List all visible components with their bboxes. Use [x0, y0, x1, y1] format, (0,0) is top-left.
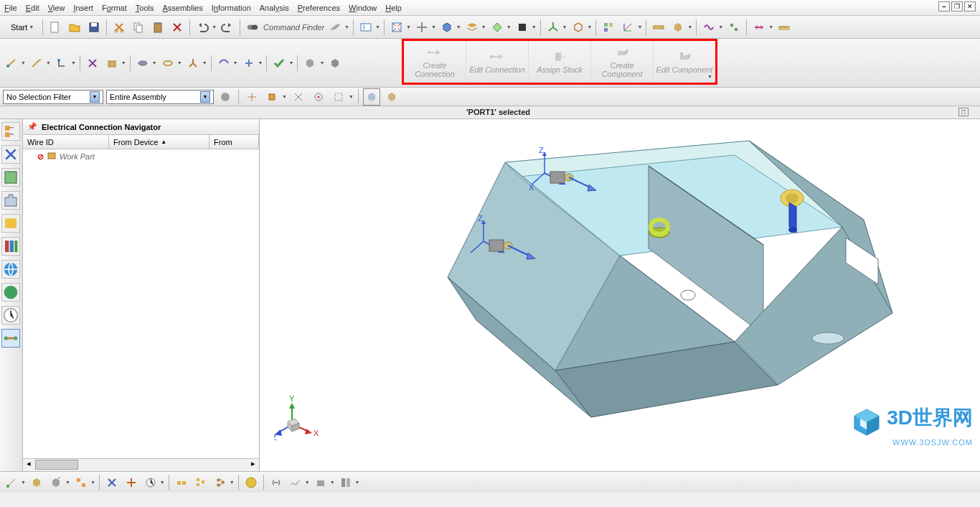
open-icon[interactable] [66, 19, 83, 36]
overstock-icon[interactable] [159, 55, 176, 72]
minimize-button[interactable]: ‒ [938, 1, 950, 11]
constraint-icon[interactable] [750, 19, 768, 36]
simplify-icon[interactable] [215, 55, 232, 72]
info-icon[interactable]: i [357, 19, 374, 36]
web-browser-tab[interactable] [1, 260, 20, 279]
bird-icon[interactable] [326, 19, 344, 36]
check-icon[interactable] [270, 55, 288, 72]
delete-icon[interactable] [169, 19, 186, 36]
structure-icon[interactable] [212, 474, 229, 491]
hd3d-tab[interactable] [1, 214, 20, 233]
wave-icon[interactable] [700, 19, 717, 36]
assembly-nav-icon[interactable] [600, 19, 617, 36]
create-connection-button[interactable]: Create Connection [404, 41, 466, 83]
route-heal-icon[interactable] [53, 55, 70, 72]
snap-intersect-icon[interactable] [290, 88, 307, 106]
reuse-library-tab[interactable] [1, 191, 20, 210]
clip-icon[interactable] [489, 19, 506, 36]
menu-preferences[interactable]: Preferences [298, 4, 340, 12]
pattern-comp-icon[interactable] [72, 474, 90, 491]
menu-view[interactable]: View [48, 4, 65, 12]
navigator-hscroll[interactable]: ◂ ▸ [23, 458, 259, 471]
view-cube-icon[interactable] [363, 88, 380, 106]
mate-icon[interactable] [103, 474, 121, 491]
edit-connection-button[interactable]: Edit Connection [466, 41, 529, 83]
history-tab[interactable] [1, 237, 20, 256]
analysis-icon[interactable] [669, 19, 687, 36]
view-cube2-icon[interactable] [383, 88, 400, 106]
measure-icon[interactable] [650, 19, 667, 36]
assign-stock-button[interactable]: Assign Stock [529, 41, 591, 83]
csys-icon[interactable] [619, 19, 636, 36]
start-button[interactable]: Start▼ [3, 21, 39, 34]
reference-icon[interactable] [337, 474, 354, 491]
edit-component-button[interactable]: Edit Component▼ [654, 41, 715, 83]
add-comp-icon[interactable] [28, 474, 45, 491]
menu-window[interactable]: Window [349, 4, 377, 12]
menu-tools[interactable]: Tools [136, 4, 154, 12]
col-wire-id[interactable]: Wire ID [23, 135, 109, 149]
menu-insert[interactable]: Insert [73, 4, 93, 12]
orient-icon[interactable] [570, 19, 587, 36]
constraint-navigator-tab[interactable] [1, 145, 20, 164]
col-from[interactable]: From [209, 135, 259, 149]
snap-point-icon[interactable] [243, 88, 260, 106]
shade-icon[interactable] [438, 19, 456, 36]
menu-help[interactable]: Help [385, 4, 402, 12]
snap-end-icon[interactable] [3, 474, 20, 491]
snap-rect-icon[interactable] [330, 88, 347, 106]
command-finder-label[interactable]: Command Finder [263, 23, 324, 32]
menu-format[interactable]: Format [102, 4, 127, 12]
paste-icon[interactable] [149, 19, 166, 36]
wcs-icon[interactable] [545, 19, 562, 36]
pin-icon[interactable]: 📌 [27, 122, 37, 131]
selection-filter-combo[interactable]: No Selection Filter▼ [3, 90, 103, 104]
snap-center-icon[interactable] [310, 88, 327, 106]
graphics-viewport[interactable]: Z X Z [260, 119, 980, 471]
fit-icon[interactable] [388, 19, 405, 36]
ruler-icon[interactable] [776, 19, 793, 36]
close-button[interactable]: ✕ [964, 1, 976, 11]
create-component-button[interactable]: Create Component [591, 41, 654, 83]
align-icon[interactable] [123, 474, 140, 491]
cube1-icon[interactable] [301, 55, 319, 72]
wave-link-icon[interactable] [287, 474, 304, 491]
connection-navigator-tab[interactable] [1, 329, 20, 348]
system-tab[interactable] [1, 283, 20, 302]
view-triad[interactable]: X Y Z [274, 392, 324, 442]
stock-icon[interactable] [134, 55, 151, 72]
menu-assemblies[interactable]: Assemblies [162, 4, 202, 12]
cube2-icon[interactable] [326, 55, 344, 72]
command-finder-icon[interactable] [244, 19, 261, 36]
product-icon[interactable] [312, 474, 329, 491]
clip-link-icon[interactable] [268, 474, 285, 491]
layer-icon[interactable] [463, 19, 481, 36]
wireframe-icon[interactable] [514, 19, 531, 36]
weight-icon[interactable] [242, 474, 260, 491]
save-icon[interactable] [85, 19, 103, 36]
transform-icon[interactable] [240, 55, 258, 72]
show-degrees-icon[interactable] [142, 474, 159, 491]
undo-icon[interactable] [194, 19, 211, 36]
menu-file[interactable]: FFileile [4, 4, 17, 12]
selection-scope-combo[interactable]: Entire Assembly▼ [106, 90, 214, 104]
sequence-icon[interactable] [192, 474, 209, 491]
part-navigator-tab[interactable] [1, 168, 20, 187]
snap-mid-icon[interactable] [263, 88, 281, 106]
arrange-icon[interactable] [725, 19, 743, 36]
qualify-icon[interactable] [84, 55, 101, 72]
navigator-row-workpart[interactable]: ⊘ Work Part [23, 149, 259, 164]
assembly-navigator-tab[interactable] [1, 122, 20, 141]
menu-information[interactable]: Information [212, 4, 251, 12]
zoom-icon[interactable] [413, 19, 430, 36]
redo-icon[interactable] [219, 19, 236, 36]
col-from-device[interactable]: From Device ▲ [109, 135, 209, 149]
menu-analysis[interactable]: Analysis [260, 4, 289, 12]
filter-settings-icon[interactable] [217, 88, 234, 106]
restore-button[interactable]: ❐ [951, 1, 963, 11]
route-spline-icon[interactable] [28, 55, 45, 72]
cut-icon[interactable] [110, 19, 128, 36]
copy-icon[interactable] [130, 19, 147, 36]
exploded-icon[interactable] [173, 474, 190, 491]
menu-edit[interactable]: Edit [26, 4, 39, 12]
